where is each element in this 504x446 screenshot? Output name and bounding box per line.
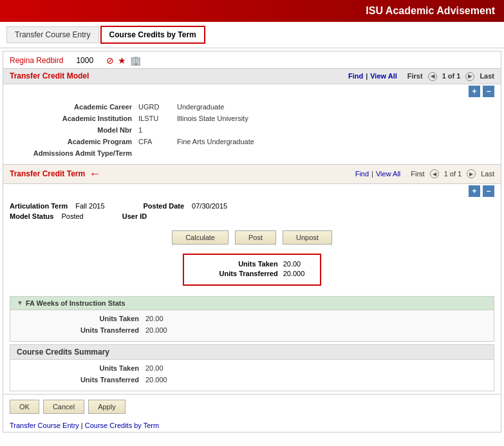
user-icons: ⊘ ★ 🏢 — [106, 55, 141, 66]
fa-units-transferred-label: Units Transferred — [17, 326, 145, 334]
units-transferred-row: Units Transferred 20.000 — [200, 270, 305, 277]
view-all-term-link[interactable]: View All — [376, 170, 400, 178]
fa-units-transferred-row: Units Transferred 20.000 — [17, 326, 487, 335]
view-all-link[interactable]: View All — [370, 72, 397, 80]
calculate-btn[interactable]: Calculate — [172, 230, 229, 245]
apply-btn[interactable]: Apply — [88, 400, 126, 414]
admissions-row: Admissions Admit Type/Term — [10, 149, 494, 158]
tabs-bar: Transfer Course Entry Course Credits by … — [0, 22, 504, 48]
course-credits-summary-title: Course Credits Summary — [17, 348, 109, 357]
app-title: ISU Academic Advisement — [366, 5, 495, 16]
transfer-credit-model-nav: Find | View All First ◀ 1 of 1 ▶ Last — [348, 71, 494, 81]
fa-units-taken-label: Units Taken — [17, 315, 145, 322]
user-id: 1000 — [76, 56, 93, 65]
fa-units-taken-value: 20.00 — [145, 315, 163, 322]
remove-term-btn[interactable]: − — [483, 185, 494, 197]
action-buttons-row: Calculate Post Unpost — [10, 225, 494, 250]
academic-institution-value: Illinois State University — [177, 115, 248, 122]
summary-units-taken-value: 20.00 — [145, 364, 163, 372]
fa-units-transferred-value: 20.000 — [145, 326, 167, 334]
building-icon: 🏢 — [130, 55, 141, 66]
page-term-of: 1 of 1 — [444, 170, 462, 178]
fa-weeks-title: FA Weeks of Instruction Stats — [26, 299, 126, 307]
posted-date-value: 07/30/2015 — [192, 202, 227, 210]
articulation-term-label: Articulation Term — [10, 202, 68, 210]
course-credits-summary-section: Course Credits Summary Units Taken 20.00… — [10, 344, 494, 391]
next-nav-btn[interactable]: ▶ — [465, 72, 474, 81]
model-nbr-row: Model Nbr 1 — [10, 125, 494, 135]
bottom-buttons-bar: OK Cancel Apply — [3, 394, 501, 419]
cancel-btn[interactable]: Cancel — [43, 400, 84, 414]
next-term-nav-btn[interactable]: ▶ — [467, 169, 476, 178]
units-box: Units Taken 20.00 Units Transferred 20.0… — [183, 254, 322, 286]
unpost-btn[interactable]: Unpost — [283, 230, 332, 245]
transfer-credit-term-header: Transfer Credit Term ← Find | View All F… — [3, 164, 501, 184]
academic-institution-code: ILSTU — [138, 115, 177, 122]
course-credits-summary-content: Units Taken 20.00 Units Transferred 20.0… — [10, 360, 494, 391]
units-taken-value: 20.00 — [283, 260, 301, 268]
academic-program-code: CFA — [138, 138, 177, 145]
app-header: ISU Academic Advisement — [0, 0, 504, 22]
units-taken-label: Units Taken — [200, 260, 283, 268]
post-btn[interactable]: Post — [235, 230, 276, 245]
transfer-credit-model-header: Transfer Credit Model Find | View All Fi… — [3, 68, 501, 84]
academic-career-value: Undergraduate — [177, 103, 224, 111]
units-taken-row: Units Taken 20.00 — [200, 260, 305, 268]
page-of: 1 of 1 — [442, 72, 461, 80]
model-status-label: Model Status — [10, 212, 53, 220]
articulation-term-value: Fall 2015 — [75, 202, 104, 210]
academic-institution-row: Academic Institution ILSTU Illinois Stat… — [10, 114, 494, 123]
summary-units-transferred-label: Units Transferred — [17, 376, 145, 384]
units-transferred-label: Units Transferred — [200, 270, 283, 277]
units-box-wrapper: Units Taken 20.00 Units Transferred 20.0… — [10, 254, 494, 286]
tab-course-credits-by-term[interactable]: Course Credits by Term — [100, 26, 205, 44]
user-id-label: User ID — [122, 212, 147, 220]
transfer-credit-term-nav: Find | View All First ◀ 1 of 1 ▶ Last — [355, 169, 494, 179]
transfer-credit-model-title: Transfer Credit Model — [10, 71, 89, 80]
academic-program-value: Fine Arts Undergraduate — [177, 138, 254, 145]
first-term-label: First — [411, 170, 424, 178]
fa-weeks-section: ▼ FA Weeks of Instruction Stats Units Ta… — [10, 296, 494, 342]
user-name: Regina Redbird — [10, 56, 63, 65]
add-record-btn[interactable]: + — [469, 86, 480, 97]
remove-record-btn[interactable]: − — [483, 86, 494, 97]
model-status-value: Posted — [61, 212, 83, 220]
summary-units-transferred-row: Units Transferred 20.000 — [17, 375, 487, 384]
academic-program-row: Academic Program CFA Fine Arts Undergrad… — [10, 137, 494, 146]
footer-transfer-course-entry-link[interactable]: Transfer Course Entry — [10, 422, 79, 429]
transfer-credit-term-title: Transfer Credit Term — [10, 169, 85, 178]
model-nbr-code: 1 — [138, 126, 177, 134]
academic-institution-label: Academic Institution — [10, 115, 138, 122]
no-entry-icon: ⊘ — [106, 55, 114, 66]
ok-btn[interactable]: OK — [10, 400, 39, 414]
term-form-row1: Articulation Term Fall 2015 Posted Date … — [10, 202, 494, 210]
academic-career-row: Academic Career UGRD Undergraduate — [10, 102, 494, 111]
fa-weeks-content: Units Taken 20.00 Units Transferred 20.0… — [10, 310, 494, 341]
footer-course-credits-by-term-link[interactable]: Course Credits by Term — [85, 422, 159, 429]
user-bar: Regina Redbird 1000 ⊘ ★ 🏢 — [3, 51, 501, 68]
units-transferred-value: 20.000 — [283, 270, 305, 277]
star-icon: ★ — [118, 55, 126, 66]
prev-nav-btn[interactable]: ◀ — [428, 72, 437, 81]
academic-program-label: Academic Program — [10, 138, 138, 145]
summary-units-taken-row: Units Taken 20.00 — [17, 364, 487, 373]
transfer-credit-model-form: Academic Career UGRD Undergraduate Acade… — [3, 98, 501, 164]
summary-units-transferred-value: 20.000 — [145, 376, 167, 384]
triangle-icon: ▼ — [17, 299, 23, 306]
footer-links: Transfer Course Entry | Course Credits b… — [3, 419, 501, 432]
last-label: Last — [480, 72, 494, 80]
fa-units-taken-row: Units Taken 20.00 — [17, 314, 487, 323]
term-form: Articulation Term Fall 2015 Posted Date … — [3, 198, 501, 293]
course-credits-summary-header: Course Credits Summary — [10, 345, 494, 360]
add-remove-btns: + − — [3, 84, 501, 98]
arrow-right-icon: ← — [89, 167, 100, 181]
find-link[interactable]: Find — [348, 72, 363, 80]
find-term-link[interactable]: Find — [355, 170, 369, 178]
tab-transfer-course-entry[interactable]: Transfer Course Entry — [6, 26, 99, 43]
add-term-btn[interactable]: + — [469, 185, 480, 197]
academic-career-label: Academic Career — [10, 103, 138, 111]
academic-career-code: UGRD — [138, 103, 177, 111]
admissions-label: Admissions Admit Type/Term — [10, 149, 138, 157]
main-content: Regina Redbird 1000 ⊘ ★ 🏢 Transfer Credi… — [3, 51, 501, 432]
prev-term-nav-btn[interactable]: ◀ — [430, 169, 439, 178]
